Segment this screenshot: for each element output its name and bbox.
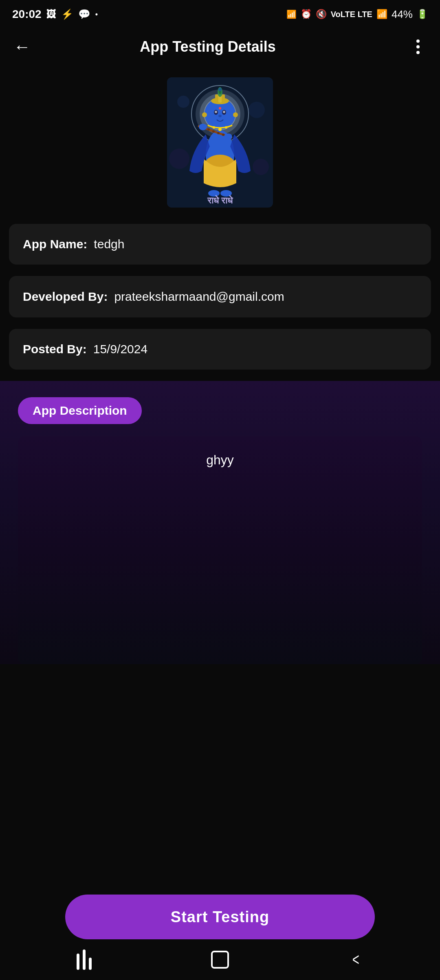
- app-image-container: राधे राधे: [0, 65, 440, 224]
- posted-by-label: Posted By:: [23, 342, 87, 356]
- developed-by-label: Developed By:: [23, 290, 108, 304]
- description-content-area: ghyy: [18, 436, 422, 664]
- app-description-badge: App Description: [18, 397, 142, 424]
- svg-point-16: [215, 111, 217, 113]
- home-icon: [211, 951, 229, 969]
- app-image: राधे राधे: [167, 77, 273, 208]
- page-title: App Testing Details: [42, 38, 373, 55]
- navigation-bar: <: [0, 939, 440, 980]
- alarm-icon: ⏰: [301, 9, 312, 20]
- battery-icon: 🔋: [417, 9, 428, 20]
- dot-3: [416, 51, 420, 54]
- sim-icon: 📶: [286, 9, 297, 19]
- home-nav-button[interactable]: [204, 947, 236, 972]
- svg-point-31: [213, 126, 215, 129]
- app-name-label: App Name:: [23, 237, 87, 251]
- svg-point-24: [207, 128, 210, 131]
- dot-indicator: •: [95, 10, 98, 19]
- bottom-button-area: Start Testing: [0, 895, 440, 939]
- svg-point-37: [177, 96, 189, 108]
- status-right-icons: 📶 ⏰ 🔇 VoLTE LTE 📶 44% 🔋: [286, 8, 428, 21]
- posted-by-card: Posted By: 15/9/2024: [9, 329, 431, 370]
- svg-point-38: [249, 102, 265, 118]
- svg-point-13: [218, 88, 222, 91]
- signal-icon: 📶: [376, 9, 387, 20]
- status-time: 20:02 🖼 ⚡ 💬 •: [12, 8, 98, 21]
- time-display: 20:02: [12, 8, 42, 21]
- svg-point-25: [212, 130, 215, 133]
- dot-1: [416, 39, 420, 43]
- description-inner: App Description ghyy: [18, 397, 422, 664]
- svg-point-17: [223, 111, 225, 113]
- recents-nav-button[interactable]: [68, 947, 101, 972]
- description-section: App Description ghyy: [0, 381, 440, 664]
- back-button[interactable]: ←: [10, 35, 34, 59]
- developed-by-value: prateeksharmaand@gmail.com: [114, 288, 284, 305]
- svg-point-27: [222, 133, 224, 136]
- svg-point-39: [169, 149, 189, 169]
- battery-display: 44%: [392, 8, 413, 21]
- svg-rect-8: [215, 94, 218, 103]
- krishna-illustration: राधे राधे: [167, 77, 273, 208]
- photo-icon: 🖼: [46, 9, 56, 20]
- lte-label: VoLTE LTE: [331, 10, 372, 19]
- svg-point-19: [219, 107, 221, 109]
- svg-point-20: [202, 112, 207, 117]
- posted-by-value: 15/9/2024: [93, 342, 147, 356]
- mute-icon: 🔇: [316, 9, 327, 20]
- app-name-value: tedgh: [94, 237, 124, 251]
- dot-2: [416, 45, 420, 48]
- message-icon: 💬: [78, 9, 90, 20]
- recents-icon: [77, 949, 92, 970]
- svg-text:राधे राधे: राधे राधे: [207, 195, 233, 206]
- svg-point-32: [218, 128, 222, 131]
- svg-point-28: [199, 124, 207, 130]
- svg-point-21: [233, 112, 238, 117]
- more-options-button[interactable]: [406, 35, 430, 59]
- svg-rect-10: [222, 94, 225, 103]
- description-text: ghyy: [206, 453, 234, 467]
- svg-point-29: [224, 133, 232, 140]
- svg-point-26: [217, 132, 220, 134]
- back-arrow-icon: ←: [13, 38, 31, 55]
- svg-point-33: [225, 126, 227, 129]
- back-nav-button[interactable]: <: [339, 947, 372, 972]
- back-nav-icon: <: [352, 950, 359, 969]
- svg-point-18: [218, 115, 222, 117]
- flutter-icon: ⚡: [61, 9, 73, 20]
- app-name-card: App Name: tedgh: [9, 224, 431, 265]
- developed-by-card: Developed By: prateeksharmaand@gmail.com: [9, 276, 431, 317]
- start-testing-button[interactable]: Start Testing: [65, 895, 375, 939]
- status-bar: 20:02 🖼 ⚡ 💬 • 📶 ⏰ 🔇 VoLTE LTE 📶 44% 🔋: [0, 0, 440, 28]
- svg-point-40: [253, 159, 269, 175]
- app-bar: ← App Testing Details: [0, 28, 440, 65]
